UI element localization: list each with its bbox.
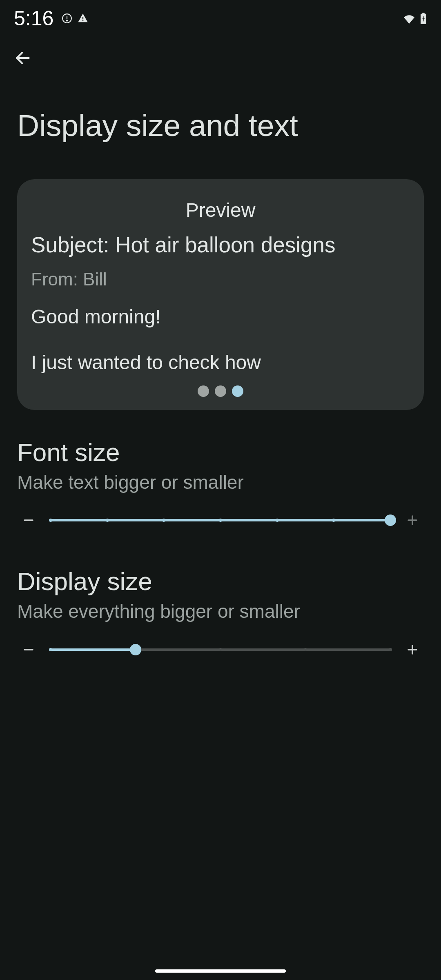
preview-label: Preview <box>31 199 410 221</box>
display-size-title: Display size <box>17 567 424 596</box>
display-size-slider[interactable] <box>51 640 390 659</box>
wifi-icon <box>403 13 416 24</box>
minus-icon <box>22 513 36 527</box>
status-notification-icons <box>62 13 89 24</box>
battery-charging-icon <box>420 13 427 24</box>
font-size-slider-thumb[interactable] <box>385 514 396 526</box>
display-size-subtitle: Make everything bigger or smaller <box>17 600 424 624</box>
font-size-slider-row <box>17 510 424 530</box>
svg-rect-6 <box>422 13 425 14</box>
font-size-increase-button[interactable] <box>403 510 422 530</box>
plus-icon <box>405 513 419 527</box>
display-size-section: Display size Make everything bigger or s… <box>0 530 441 659</box>
page-title: Display size and text <box>0 68 441 167</box>
minus-icon <box>22 643 36 657</box>
page-dot[interactable] <box>198 385 209 397</box>
navigation-handle[interactable] <box>155 969 286 973</box>
svg-point-2 <box>67 20 67 21</box>
back-button[interactable] <box>13 48 33 68</box>
preview-body-line: Good morning! <box>31 304 410 330</box>
app-bar <box>0 32 441 68</box>
svg-point-4 <box>82 20 84 21</box>
status-time: 5:16 <box>14 7 53 30</box>
font-size-section: Font size Make text bigger or smaller <box>0 410 441 530</box>
font-size-decrease-button[interactable] <box>19 510 38 530</box>
preview-card[interactable]: Preview Subject: Hot air balloon designs… <box>17 179 424 410</box>
display-size-slider-thumb[interactable] <box>130 644 141 655</box>
status-bar: 5:16 <box>0 0 441 32</box>
arrow-back-icon <box>14 49 32 67</box>
warning-triangle-icon <box>77 13 89 24</box>
exclamation-circle-icon <box>62 13 72 24</box>
preview-body-line: I just wanted to check how <box>31 350 410 375</box>
status-left: 5:16 <box>14 7 89 30</box>
display-size-increase-button[interactable] <box>403 640 422 659</box>
font-size-slider[interactable] <box>51 510 390 530</box>
font-size-title: Font size <box>17 438 424 467</box>
page-dot[interactable] <box>215 385 226 397</box>
display-size-decrease-button[interactable] <box>19 640 38 659</box>
plus-icon <box>405 643 419 657</box>
font-size-subtitle: Make text bigger or smaller <box>17 471 424 494</box>
preview-subject: Subject: Hot air balloon designs <box>31 232 410 258</box>
display-size-slider-row <box>17 640 424 659</box>
preview-page-indicator[interactable] <box>198 385 243 397</box>
page-dot-active[interactable] <box>232 385 243 397</box>
status-right <box>403 13 427 24</box>
preview-from: From: Bill <box>31 269 410 290</box>
